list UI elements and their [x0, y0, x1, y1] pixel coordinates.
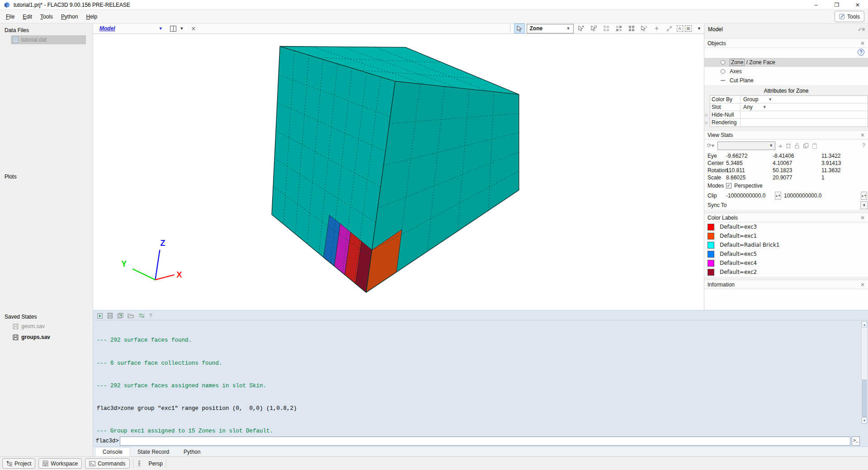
title-bar: tutorial1.prj* - FLAC3D 9.00.156 PRE-REL…: [0, 0, 868, 10]
select-box-button[interactable]: [588, 24, 599, 33]
menu-edit[interactable]: Edit: [19, 12, 36, 22]
color-label-row[interactable]: Default=exc2: [704, 268, 868, 277]
objects-section-header: Objects ✕: [704, 38, 868, 48]
select-cursor-button[interactable]: [514, 24, 525, 33]
colorby-dropdown[interactable]: Group▼: [741, 96, 868, 103]
mode-select-dropdown[interactable]: Zone▼: [527, 24, 574, 33]
save-file-icon: [13, 324, 19, 329]
select-add-button[interactable]: [576, 24, 586, 33]
console-line: flac3d>zone group "exc1" range position …: [97, 405, 868, 413]
menu-python[interactable]: Python: [57, 12, 82, 22]
scale-3: 1: [821, 174, 868, 181]
attr-row-hidenull[interactable]: ▷ Hide-Null: [710, 111, 868, 119]
sync-to-dropdown[interactable]: ▼: [860, 201, 868, 209]
save-all-icon[interactable]: [117, 313, 123, 319]
close-button[interactable]: ✕: [847, 0, 868, 9]
object-item-cutplane[interactable]: Cut Plane: [704, 76, 868, 85]
clip-max-spinner[interactable]: ▲▼: [861, 192, 867, 200]
project-button[interactable]: Project: [2, 458, 35, 469]
open-folder-icon[interactable]: [127, 313, 134, 319]
split-dropdown-icon[interactable]: ▼: [180, 26, 184, 31]
object-item-axes[interactable]: Axes: [704, 67, 868, 76]
saved-state-geom[interactable]: geom.sav: [11, 322, 86, 331]
color-label-row[interactable]: Default=exc5: [704, 249, 868, 258]
add-plot-item-button[interactable]: +: [651, 24, 662, 33]
console-output[interactable]: --- 292 surface faces found. --- 6 surfa…: [93, 320, 868, 435]
menu-help[interactable]: Help: [82, 12, 101, 22]
close-icon[interactable]: ✕: [860, 215, 865, 221]
tab-dropdown-icon[interactable]: ▼: [159, 26, 163, 31]
console-scrollbar[interactable]: ▲ ▼: [861, 321, 868, 424]
expand-icon[interactable]: ▷: [705, 121, 708, 125]
scroll-down-icon[interactable]: ▼: [862, 417, 867, 423]
scroll-thumb[interactable]: [862, 380, 867, 417]
commands-button[interactable]: Commands: [85, 458, 129, 469]
color-label-row[interactable]: Default=exc4: [704, 258, 868, 268]
sync-to-row: Sync To ▼: [704, 201, 868, 210]
label-tool-icon[interactable]: A: [677, 25, 683, 32]
query-cursor-button[interactable]: ?: [639, 24, 650, 33]
slot-dropdown[interactable]: Any▼: [741, 103, 868, 111]
delete-view-icon[interactable]: [786, 143, 791, 149]
run-file-icon[interactable]: [97, 313, 103, 319]
color-swatch: [708, 251, 714, 258]
add-view-icon[interactable]: +: [778, 142, 783, 150]
view-preset-dropdown[interactable]: ▼: [717, 141, 775, 150]
close-icon[interactable]: ✕: [860, 282, 865, 288]
menu-file[interactable]: File: [2, 12, 19, 22]
tab-console[interactable]: Console: [95, 447, 130, 456]
objects-list: ? Zone / Zone Face Axes Cut Plane: [704, 48, 868, 85]
clip-min-value[interactable]: -10000000000.0: [726, 193, 775, 199]
help-icon[interactable]: ?: [149, 313, 152, 319]
model-viewport[interactable]: Z Y X: [93, 34, 704, 310]
clip-min-spinner[interactable]: ▲▼: [775, 192, 781, 200]
checklist-icon[interactable]: ✓≡: [858, 26, 864, 33]
filter-settings-icon[interactable]: [138, 313, 145, 319]
tools-panel-button[interactable]: Tools: [835, 11, 864, 22]
unlock-icon[interactable]: [794, 143, 800, 149]
workspace-button[interactable]: Workspace: [38, 458, 82, 469]
console-line: --- 292 surface faces assigned names in …: [97, 382, 868, 390]
scroll-up-icon[interactable]: ▲: [862, 321, 867, 328]
object-item-zone[interactable]: Zone / Zone Face: [704, 58, 868, 67]
axis-y-label: Y: [121, 259, 127, 268]
toolbar-overflow-icon[interactable]: ▼: [697, 26, 701, 31]
show-hide-half-button[interactable]: [613, 24, 624, 33]
tab-python[interactable]: Python: [176, 447, 208, 456]
menu-tools[interactable]: Tools: [36, 12, 57, 22]
paste-icon[interactable]: [812, 143, 817, 149]
color-label-row[interactable]: Default=Radial Brick1: [704, 240, 868, 249]
expand-icon[interactable]: ▷: [705, 113, 708, 117]
data-file-tutorial[interactable]: tutorial.dat: [11, 35, 86, 44]
tab-state-record[interactable]: State Record: [130, 447, 176, 456]
window-title: tutorial1.prj* - FLAC3D 9.00.156 PRE-REL…: [14, 2, 130, 8]
help-icon[interactable]: ?: [858, 49, 864, 56]
panel-title-row: Model ✓≡: [704, 24, 868, 35]
show-all-button[interactable]: [626, 24, 637, 33]
color-label-row[interactable]: Default=exc1: [704, 231, 868, 240]
grid-tool-icon[interactable]: ⊞: [685, 25, 692, 32]
perspective-checkbox[interactable]: ✓: [726, 183, 731, 188]
axis-x-label: X: [177, 270, 182, 279]
view-stats-header: View Stats ✕: [704, 130, 868, 140]
attr-row-rendering[interactable]: ▷ Rendering: [710, 119, 868, 127]
measure-button[interactable]: [664, 24, 675, 33]
command-input[interactable]: [120, 437, 850, 446]
clip-max-value[interactable]: 10000000000.0: [784, 193, 861, 199]
split-view-icon[interactable]: [170, 26, 176, 32]
show-hide-dim-button[interactable]: [601, 24, 612, 33]
help-icon[interactable]: ?: [862, 142, 865, 149]
attr-row-colorby: Color By Group▼: [710, 96, 868, 103]
close-icon[interactable]: ✕: [860, 40, 865, 47]
color-label-row[interactable]: Default=exc3: [704, 222, 868, 231]
refresh-icon[interactable]: ⟳▾: [707, 142, 714, 149]
minimize-button[interactable]: –: [806, 0, 826, 9]
tab-close-icon[interactable]: ✕: [191, 25, 196, 32]
tab-model[interactable]: Model: [99, 25, 115, 32]
saved-state-groups[interactable]: groups.sav: [11, 333, 86, 342]
save-icon[interactable]: [107, 313, 113, 319]
restore-button[interactable]: ❐: [826, 0, 847, 9]
execute-button[interactable]: >_: [852, 437, 860, 446]
copy-icon[interactable]: [803, 143, 809, 149]
close-icon[interactable]: ✕: [860, 132, 865, 138]
